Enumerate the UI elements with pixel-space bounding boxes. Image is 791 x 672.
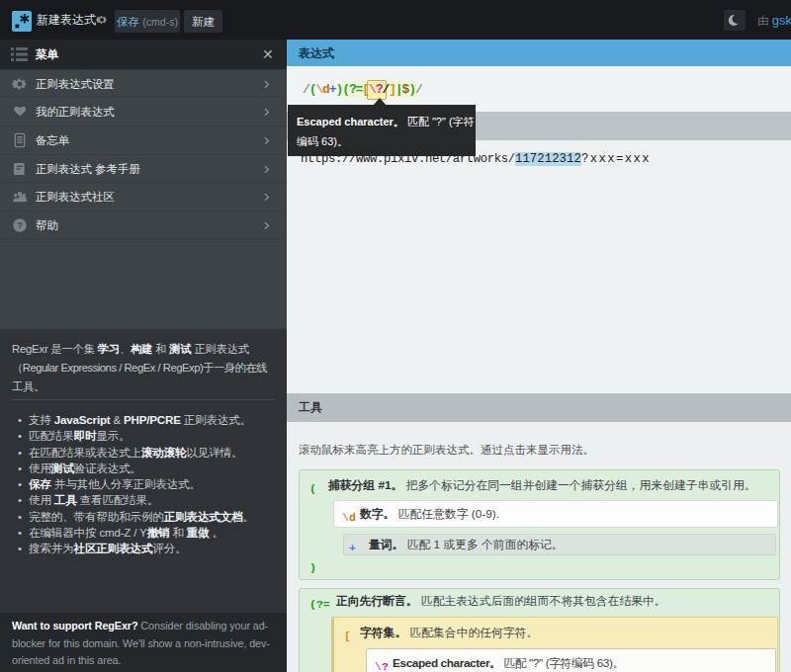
svg-text:?: ? <box>17 220 23 230</box>
